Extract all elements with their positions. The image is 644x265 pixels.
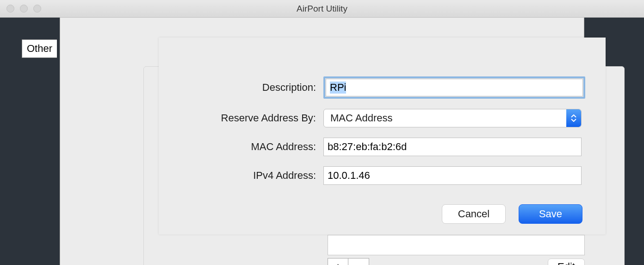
- description-field-focus-ring: RPi: [323, 76, 585, 99]
- cancel-button[interactable]: Cancel: [442, 204, 506, 224]
- reserve-by-select[interactable]: MAC Address: [323, 109, 582, 127]
- other-wifi-devices-button[interactable]: Other: [22, 39, 57, 58]
- reserve-by-value: MAC Address: [324, 112, 393, 124]
- edit-button[interactable]: Edit: [548, 259, 585, 265]
- close-window-button[interactable]: [6, 5, 14, 13]
- main-content-area: + − Edit Description: RPi Reserve Addres…: [60, 18, 584, 265]
- mac-address-label: MAC Address:: [159, 141, 323, 153]
- add-button[interactable]: +: [328, 259, 348, 265]
- ipv4-address-label: IPv4 Address:: [159, 170, 323, 182]
- reservation-list[interactable]: [328, 235, 585, 255]
- reservation-list-controls: + − Edit: [328, 235, 582, 265]
- window-title: AirPort Utility: [297, 4, 347, 14]
- description-field[interactable]: RPi: [326, 79, 583, 96]
- add-remove-group: + −: [328, 258, 369, 265]
- traffic-lights: [6, 5, 41, 13]
- window-titlebar: AirPort Utility: [0, 0, 644, 18]
- ipv4-address-field[interactable]: [323, 166, 582, 185]
- select-arrows-icon: [566, 109, 581, 127]
- dhcp-reservation-sheet: Description: RPi Reserve Address By: MAC…: [159, 38, 606, 234]
- save-button[interactable]: Save: [519, 204, 582, 224]
- reserve-by-label: Reserve Address By:: [159, 112, 323, 124]
- remove-button[interactable]: −: [348, 259, 369, 265]
- description-label: Description:: [159, 82, 323, 94]
- description-value: RPi: [330, 82, 346, 94]
- minimize-window-button[interactable]: [20, 5, 28, 13]
- mac-address-field[interactable]: [323, 138, 582, 156]
- zoom-window-button[interactable]: [33, 5, 41, 13]
